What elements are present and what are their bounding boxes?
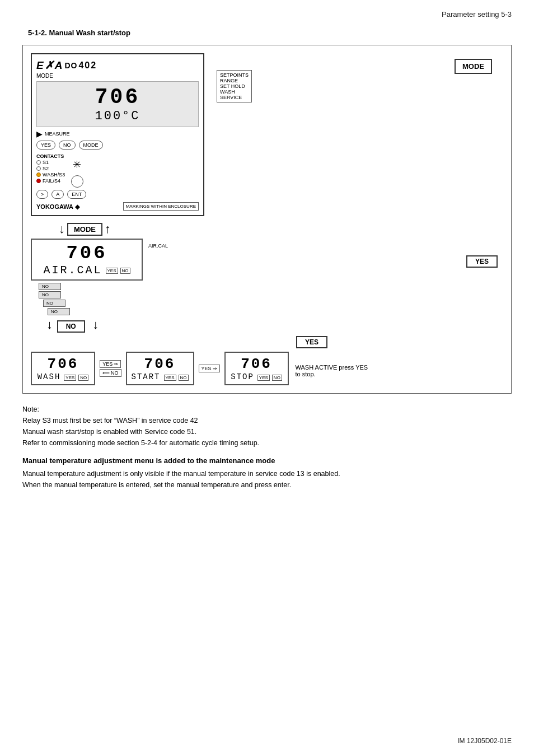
body-text: Manual temperature adjustment is only vi… xyxy=(22,468,512,491)
wash-yes[interactable]: YES xyxy=(64,375,76,381)
display-sub: 100°C xyxy=(41,109,194,123)
aircal-label-right: AIR.CAL xyxy=(148,243,168,249)
aircal-yes[interactable]: YES xyxy=(106,268,118,274)
wash-start-arrow: YES ⇒ ⟸ NO xyxy=(100,360,121,377)
stop-yes[interactable]: YES xyxy=(257,375,270,381)
aircal-num: 706 xyxy=(36,242,137,264)
no-btn[interactable]: NO xyxy=(59,141,76,150)
a-btn[interactable]: A xyxy=(51,190,64,199)
circle-icon xyxy=(71,175,83,188)
buttons-row2: > A ENT xyxy=(36,190,199,199)
wash-active-note: WASH ACTIVE press YES to stop. xyxy=(296,364,368,377)
arrow-down-1: ↓ xyxy=(59,222,65,236)
logo-num: 402 xyxy=(78,60,97,71)
main-content: E✗ADO402 MODE 706 100°C ▶ MEASURE xyxy=(0,45,534,502)
wash-label: WASH xyxy=(220,89,249,95)
stop-label: STOP xyxy=(231,372,254,381)
stop-no[interactable]: NO xyxy=(272,375,282,381)
aircal-yes-no: YES NO xyxy=(105,268,130,274)
note-section: Note: Relay S3 must first be set for “WA… xyxy=(22,404,512,449)
logo-do: DO xyxy=(64,61,77,70)
yes-btn[interactable]: YES xyxy=(36,141,55,150)
left-arrow-no: ⟸ xyxy=(102,370,110,376)
contacts-label: CONTACTS xyxy=(36,153,65,159)
wash-active-line2: to stop. xyxy=(296,371,368,377)
wash-panel: 706 WASH YES NO xyxy=(31,352,95,385)
start-yes[interactable]: YES xyxy=(164,375,176,381)
contact-s2: S2 xyxy=(36,166,65,171)
no-stack: NO NO NO NO xyxy=(39,283,503,315)
mode-btn[interactable]: MODE xyxy=(79,141,103,150)
service-label: SERVICE xyxy=(220,95,249,100)
aircal-sub: AIR.CAL xyxy=(43,264,102,277)
no-stack-2: NO xyxy=(39,291,61,298)
bottom-panels: 706 WASH YES NO YES ⇒ xyxy=(31,352,503,385)
start-label-row: START YES NO xyxy=(132,372,189,381)
main-display: 706 100°C xyxy=(36,81,199,127)
note-line2: Manual wash start/stop is enabled with S… xyxy=(22,426,512,437)
star-icon: ✳ xyxy=(73,158,81,171)
footer-text: IM 12J05D02-01E xyxy=(457,737,512,745)
mode-arrow-row: ↓ MODE ↑ xyxy=(59,222,503,236)
start-panel: 706 START YES NO xyxy=(126,352,194,385)
measure-row: ▶ MEASURE xyxy=(36,129,199,138)
contact-washs3: WASH/S3 xyxy=(36,172,65,178)
wash-label-row: WASH YES NO xyxy=(36,372,90,381)
no-flow-btn[interactable]: NO xyxy=(57,320,85,333)
yes-flow-btn[interactable]: YES xyxy=(466,255,498,268)
yokogawa-label: YOKOGAWA ◆ xyxy=(36,203,79,211)
logo-ex: E✗A xyxy=(36,59,63,72)
yes-center-btn[interactable]: YES xyxy=(296,336,327,348)
start-stop-arrow: YES ⇒ xyxy=(199,365,220,372)
device-logo: E✗ADO402 xyxy=(36,59,199,72)
stop-panel: 706 STOP YES NO xyxy=(224,352,289,385)
no-stack-4: NO xyxy=(48,308,70,315)
arrow-up-1: ↑ xyxy=(105,222,111,236)
contacts-list: CONTACTS S1 S2 WASH/S3 FAIL/S4 xyxy=(36,153,65,186)
no-stack-1: NO xyxy=(39,283,61,290)
right-arrow-yes2: ⇒ xyxy=(213,366,217,371)
buttons-row1: YES NO MODE xyxy=(36,141,199,150)
wash-yes-no: YES NO xyxy=(63,375,88,381)
mode-right-box: MODE xyxy=(455,59,492,74)
no-stack-section: NO NO NO NO ↓ NO ↓ xyxy=(39,283,503,333)
dot-s2 xyxy=(36,166,41,171)
contact-fails4: FAIL/S4 xyxy=(36,178,65,184)
arrow-down-2: ↓ xyxy=(46,318,53,332)
yes-flow-section: YES xyxy=(464,255,503,268)
diagram-inner: E✗ADO402 MODE 706 100°C ▶ MEASURE xyxy=(31,53,503,385)
yes-center-row: YES xyxy=(120,336,503,348)
wash-num: 706 xyxy=(36,356,90,372)
stop-num: 706 xyxy=(230,356,283,372)
note-title: Note: xyxy=(22,404,512,415)
set-hold-label: SET HOLD xyxy=(220,83,249,89)
section-title-text: 5-1-2. Manual Wash start/stop xyxy=(28,29,130,37)
gt-btn[interactable]: > xyxy=(36,190,48,199)
device-panel: E✗ADO402 MODE 706 100°C ▶ MEASURE xyxy=(31,53,204,216)
no-arrow-box: ⟸ NO xyxy=(100,369,121,377)
yes-arrow-label: YES xyxy=(102,361,113,367)
no-stack-3: NO xyxy=(43,300,65,307)
wash-active-line1: WASH ACTIVE press YES xyxy=(296,364,368,371)
wash-no[interactable]: NO xyxy=(78,375,88,381)
start-no[interactable]: NO xyxy=(179,375,189,381)
diagram-box: E✗ADO402 MODE 706 100°C ▶ MEASURE xyxy=(22,45,512,394)
measure-label: MEASURE xyxy=(45,131,70,137)
markings-box: MARKINGS WITHIN ENCLOSURE xyxy=(123,202,199,211)
stop-label-row: STOP YES NO xyxy=(230,372,283,381)
bold-heading: Manual temperature adjustment menu is ad… xyxy=(22,456,512,465)
bottom-row: YOKOGAWA ◆ MARKINGS WITHIN ENCLOSURE xyxy=(36,201,199,211)
note-line1: Relay S3 must first be set for “WASH” in… xyxy=(22,415,512,426)
top-diagram: E✗ADO402 MODE 706 100°C ▶ MEASURE xyxy=(31,53,503,216)
ent-btn[interactable]: ENT xyxy=(67,190,86,199)
wash-label: WASH xyxy=(38,372,61,381)
contact-s1: S1 xyxy=(36,160,65,165)
yes2-arrow-box: YES ⇒ xyxy=(199,365,220,372)
mode-flow-btn[interactable]: MODE xyxy=(67,223,102,236)
icons-col: ✳ xyxy=(71,156,83,188)
setpoints-label: SETPOINTS xyxy=(220,72,249,78)
aircal-no[interactable]: NO xyxy=(120,268,130,274)
dot-washs3 xyxy=(36,172,41,177)
note-line3: Refer to commissioning mode section 5-2-… xyxy=(22,437,512,449)
range-label: RANGE xyxy=(220,78,249,83)
